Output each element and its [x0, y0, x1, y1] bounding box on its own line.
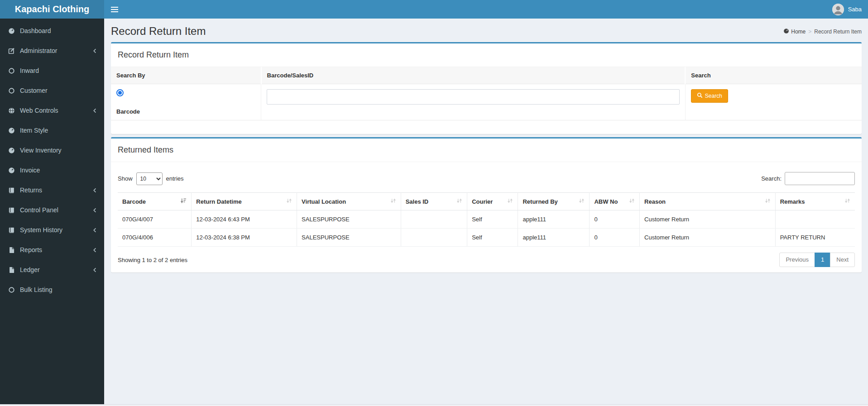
column-header-reason[interactable]: Reason [640, 193, 776, 210]
chevron-left-icon [92, 227, 97, 233]
column-header-courier[interactable]: Courier [467, 193, 518, 210]
table-cell: 12-03-2024 6:38 PM [192, 229, 297, 247]
search-by-header: Search By [111, 67, 261, 84]
sidebar-item-control-panel[interactable]: Control Panel [0, 200, 104, 220]
bottom-scrollbar-track[interactable] [0, 404, 868, 406]
sort-both-icon [579, 198, 585, 205]
returned-items-table-body: 070G/4/00712-03-2024 6:43 PMSALESPURPOSE… [118, 210, 855, 247]
brand-text: Kapachi Clothing [15, 4, 89, 14]
sidebar-item-label: Web Controls [20, 107, 58, 114]
file-icon [7, 267, 16, 273]
user-name: Saba [848, 6, 862, 13]
chevron-left-icon [92, 267, 97, 273]
sidebar-item-web-controls[interactable]: Web Controls [0, 100, 104, 120]
search-header: Search [685, 67, 862, 84]
column-header-label: ABW No [594, 198, 618, 205]
sidebar-item-item-style[interactable]: Item Style [0, 120, 104, 140]
previous-page-button[interactable]: Previous [779, 253, 815, 267]
table-cell: 070G/4/006 [118, 229, 192, 247]
sort-both-icon [390, 198, 396, 205]
chevron-left-icon [92, 48, 97, 54]
table-cell: Customer Return [640, 210, 776, 229]
table-cell: Self [467, 229, 518, 247]
breadcrumb-home-link[interactable]: Home [783, 28, 806, 35]
table-cell: Customer Return [640, 229, 776, 247]
user-avatar [832, 4, 844, 15]
table-cell: Self [467, 210, 518, 229]
sidebar-toggle-button[interactable] [104, 0, 125, 19]
column-header-barcode[interactable]: Barcode [118, 193, 192, 210]
search-button-cell: Search [685, 84, 862, 120]
column-header-label: Remarks [780, 198, 805, 205]
column-header-remarks[interactable]: Remarks [775, 193, 855, 210]
sidebar-item-label: Customer [20, 87, 48, 94]
user-menu[interactable]: Saba [832, 4, 868, 15]
show-label: Show [118, 175, 133, 182]
content-area: Record Return Item Home > Record Return … [104, 19, 868, 406]
pagination: Previous 1 Next [780, 253, 855, 267]
returned-items-panel: Returned Items Show 10 entries Search: [111, 137, 862, 272]
barcode-radio-label: Barcode [116, 108, 255, 115]
column-header-sales-id[interactable]: Sales ID [401, 193, 467, 210]
sidebar-item-label: Invoice [20, 167, 40, 174]
table-search-control: Search: [761, 172, 855, 185]
page-length-control: Show 10 entries [118, 172, 184, 185]
brand-logo[interactable]: Kapachi Clothing [0, 0, 104, 19]
next-page-button[interactable]: Next [830, 253, 855, 267]
sidebar-item-dashboard[interactable]: Dashboard [0, 21, 104, 41]
page-1-button[interactable]: 1 [815, 253, 830, 267]
column-header-return-datetime[interactable]: Return Datetime [192, 193, 297, 210]
table-search-label: Search: [761, 175, 782, 182]
barcode-salesid-input[interactable] [267, 89, 680, 105]
sidebar-item-reports[interactable]: Reports [0, 240, 104, 260]
table-cell: 070G/4/007 [118, 210, 192, 229]
tachometer-icon [7, 147, 16, 154]
book-icon [7, 227, 16, 234]
table-cell [401, 210, 467, 229]
file-icon [7, 247, 16, 253]
hamburger-icon [111, 9, 118, 10]
chevron-left-icon [92, 187, 97, 193]
chevron-left-icon [92, 108, 97, 114]
sidebar-item-system-history[interactable]: System History [0, 220, 104, 240]
sidebar-item-label: Returns [20, 186, 42, 194]
sidebar-item-administrator[interactable]: Administrator [0, 41, 104, 61]
app-window: Kapachi Clothing Saba DashboardAdministr… [0, 0, 868, 406]
column-header-label: Sales ID [406, 198, 429, 205]
book-icon [7, 207, 16, 214]
sidebar-item-label: Control Panel [20, 206, 58, 214]
sort-both-icon [507, 198, 513, 205]
entries-label: entries [166, 175, 184, 182]
page-length-select[interactable]: 10 [136, 172, 163, 185]
sidebar-item-label: View Inventory [20, 147, 62, 154]
sidebar-item-returns[interactable]: Returns [0, 180, 104, 200]
sidebar-item-bulk-listing[interactable]: Bulk Listing [0, 280, 104, 300]
table-search-input[interactable] [785, 172, 855, 185]
sidebar-item-ledger[interactable]: Ledger [0, 260, 104, 280]
column-header-abw-no[interactable]: ABW No [590, 193, 640, 210]
column-header-virtual-location[interactable]: Virtual Location [297, 193, 401, 210]
sidebar-item-view-inventory[interactable]: View Inventory [0, 140, 104, 160]
column-header-label: Returned By [523, 198, 557, 205]
barcode-input-cell [261, 84, 686, 120]
sort-both-icon [629, 198, 635, 205]
record-return-item-panel: Record Return Item Search By Barcode/Sal… [111, 42, 862, 134]
sidebar-item-customer[interactable]: Customer [0, 81, 104, 100]
column-header-label: Reason [644, 198, 666, 205]
barcode-radio[interactable] [116, 89, 124, 96]
search-button-label: Search [705, 93, 722, 99]
returned-items-panel-title: Returned Items [111, 139, 862, 162]
sidebar: DashboardAdministratorInwardCustomerWeb … [0, 19, 104, 406]
panel-bottom-spacer [111, 120, 862, 134]
returned-items-header-row: BarcodeReturn DatetimeVirtual LocationSa… [118, 193, 855, 210]
table-cell: SALESPURPOSE [297, 210, 401, 229]
search-form-table: Search By Barcode/SalesID Search Barcode [111, 67, 862, 120]
tachometer-icon [7, 28, 16, 34]
sidebar-item-label: Item Style [20, 127, 48, 134]
search-button[interactable]: Search [691, 89, 728, 103]
sidebar-item-invoice[interactable]: Invoice [0, 160, 104, 180]
sidebar-item-inward[interactable]: Inward [0, 61, 104, 81]
circle-o-icon [7, 67, 16, 74]
column-header-returned-by[interactable]: Returned By [518, 193, 590, 210]
book-icon [7, 187, 16, 194]
